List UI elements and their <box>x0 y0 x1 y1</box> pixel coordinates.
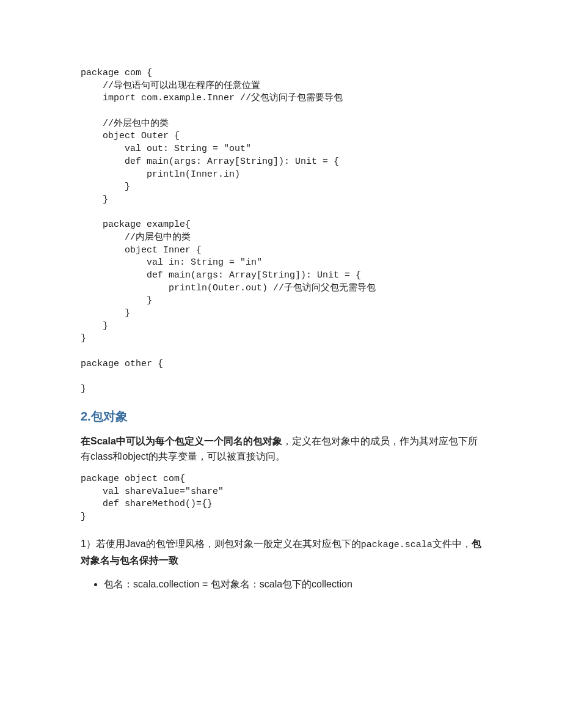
code-block-package-object: package object com{ val shareValue="shar… <box>81 473 481 524</box>
code-block-packages: package com { //导包语句可以出现在程序的任意位置 import … <box>81 67 481 396</box>
bullet-list: 包名：scala.collection = 包对象名：scala包下的colle… <box>81 576 481 592</box>
paragraph-intro-strong: 在Scala中可以为每个包定义一个同名的包对象 <box>81 436 282 446</box>
para2-pre: 1）若使用Java的包管理风格，则包对象一般定义在其对应包下的 <box>81 539 361 549</box>
paragraph-intro: 在Scala中可以为每个包定义一个同名的包对象，定义在包对象中的成员，作为其对应… <box>81 433 481 465</box>
paragraph-note-1: 1）若使用Java的包管理风格，则包对象一般定义在其对应包下的package.s… <box>81 536 481 568</box>
para2-mid: 文件中， <box>432 539 472 549</box>
document-page: package com { //导包语句可以出现在程序的任意位置 import … <box>0 0 562 638</box>
section-title-package-object: 2.包对象 <box>81 408 481 425</box>
inline-code-package-scala: package.scala <box>361 540 432 550</box>
list-item: 包名：scala.collection = 包对象名：scala包下的colle… <box>104 576 481 592</box>
